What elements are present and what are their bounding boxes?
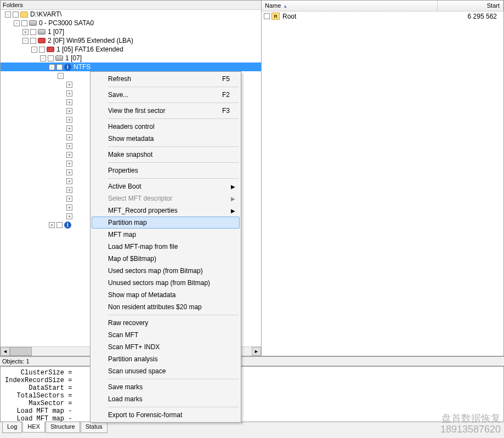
tab-hex[interactable]: HEX [22, 422, 45, 433]
menu-item-mft-map[interactable]: MFT map [92, 229, 240, 241]
expand-icon[interactable]: + [66, 143, 72, 149]
menu-label: Refresh [108, 75, 131, 83]
menu-item-mft-record-properties[interactable]: MFT_Record properties▶ [92, 204, 240, 217]
menu-label: Scan MFT [108, 331, 138, 339]
menu-item-scan-mft[interactable]: Scan MFT [92, 329, 240, 341]
list-body[interactable]: RRoot6 295 562 [262, 12, 503, 356]
collapse-icon[interactable]: - [22, 38, 29, 44]
menu-item-show-metadata[interactable]: Show metadata [92, 133, 240, 145]
drive-icon [38, 29, 46, 35]
menu-item-used-sectors-map-from-bitmap[interactable]: Used sectors map (from Bitmap) [92, 265, 240, 277]
scroll-left-button[interactable]: ◄ [1, 347, 10, 356]
info-line: DataStart = [5, 384, 499, 392]
collapse-icon[interactable]: - [40, 55, 46, 61]
list-row[interactable]: RRoot6 295 562 [262, 12, 503, 21]
expand-icon[interactable]: + [66, 152, 72, 158]
scroll-thumb[interactable] [10, 347, 32, 356]
row-name: Root [282, 13, 296, 20]
menu-label: Headers control [108, 123, 155, 130]
menu-item-save-marks[interactable]: Save marks [92, 381, 240, 393]
checkbox[interactable] [48, 55, 54, 61]
menu-separator [108, 146, 239, 147]
checkbox[interactable] [21, 20, 27, 26]
menu-separator [108, 118, 239, 119]
menu-item-show-map-of-metadata[interactable]: Show map of Metadata [92, 289, 240, 301]
checkbox[interactable] [30, 38, 36, 44]
collapse-icon[interactable]: - [58, 73, 64, 79]
menu-item-load-mft-map-from-file[interactable]: Load MFT-map from file [92, 241, 240, 253]
menu-label: Load marks [108, 395, 143, 403]
tree-row[interactable]: -1 [07] [1, 54, 261, 62]
objects-bar: Objects: 1 [0, 356, 504, 366]
menu-item-scan-mft-indx[interactable]: Scan MFT+ INDX [92, 341, 240, 353]
expand-icon[interactable]: + [66, 187, 72, 193]
submenu-arrow-icon: ▶ [231, 208, 235, 214]
tree-row[interactable]: -1 [05] FAT16 Extended [1, 45, 261, 54]
checkbox[interactable] [56, 64, 63, 70]
expand-icon[interactable]: + [66, 178, 72, 184]
expand-icon[interactable]: + [66, 126, 72, 132]
checkbox[interactable] [264, 13, 270, 19]
checkbox[interactable] [30, 29, 36, 35]
checkbox[interactable] [39, 47, 45, 53]
collapse-icon[interactable]: - [5, 12, 11, 18]
bottom-tabs: LogHEXStructureStatus [0, 422, 504, 433]
collapse-icon[interactable]: - [14, 20, 20, 26]
menu-label: Partition analysis [108, 355, 158, 363]
menu-item-non-resident-attributes-20-map[interactable]: Non resident attributes $20 map [92, 301, 240, 313]
expand-icon[interactable]: + [66, 204, 72, 211]
menu-item-map-of-bitmap[interactable]: Map of $Bitmap) [92, 253, 240, 265]
menu-shortcut: F5 [222, 75, 230, 83]
expand-icon[interactable]: + [66, 99, 72, 105]
menu-item-raw-recovery[interactable]: Raw recovery [92, 317, 240, 329]
checkbox[interactable] [56, 222, 63, 228]
menu-item-load-marks[interactable]: Load marks [92, 393, 240, 405]
menu-label: Map of $Bitmap) [108, 255, 156, 263]
expand-icon[interactable]: + [66, 82, 72, 88]
tab-structure[interactable]: Structure [46, 422, 80, 433]
expand-icon[interactable]: + [66, 161, 72, 167]
tree-row[interactable]: +1 [07] [1, 27, 261, 36]
menu-item-export-to-forensic-format[interactable]: Export to Forensic-format [92, 409, 240, 421]
menu-item-view-the-first-sector[interactable]: View the first sectorF3 [92, 105, 240, 117]
expand-icon[interactable]: + [22, 29, 29, 35]
collapse-icon[interactable]: - [31, 47, 37, 53]
menu-item-make-snapshot[interactable]: Make snapshot [92, 149, 240, 161]
expand-icon[interactable]: + [49, 222, 55, 228]
context-menu[interactable]: RefreshF5Save...F2View the first sectorF… [90, 71, 241, 423]
menu-item-headers-control[interactable]: Headers control [92, 121, 240, 133]
submenu-arrow-icon: ▶ [231, 184, 235, 190]
menu-item-active-boot[interactable]: Active Boot▶ [92, 180, 240, 192]
expand-icon[interactable]: + [66, 134, 72, 140]
tree-label: 0 - PC3000 SATA0 [39, 19, 94, 27]
tab-log[interactable]: Log [2, 422, 22, 433]
tree-row[interactable]: -D:\KVART\ [1, 10, 261, 19]
menu-label: MFT map [108, 231, 136, 238]
expand-icon[interactable]: + [66, 169, 72, 175]
menu-item-partition-map[interactable]: Partition map [92, 217, 240, 229]
expand-icon[interactable]: + [66, 196, 72, 202]
menu-label: Properties [108, 167, 138, 174]
expand-icon[interactable]: + [66, 117, 72, 123]
scroll-right-button[interactable]: ► [252, 347, 261, 356]
menu-item-save[interactable]: Save...F2 [92, 89, 240, 101]
col-start[interactable]: Start [438, 1, 503, 11]
tree-row[interactable]: -2 [0F] Win95 Extended (LBA) [1, 36, 261, 45]
checkbox[interactable] [13, 12, 19, 18]
expand-icon[interactable]: + [66, 108, 72, 114]
col-name[interactable]: Name▲ [262, 1, 438, 11]
expand-icon[interactable]: + [66, 213, 72, 219]
tab-status[interactable]: Status [81, 422, 107, 433]
red-icon [47, 47, 54, 52]
menu-item-partition-analysis[interactable]: Partition analysis [92, 353, 240, 365]
tree-row[interactable]: -iNTFS [1, 62, 261, 71]
menu-item-scan-unused-space[interactable]: Scan unused space [92, 365, 240, 377]
tree-row[interactable]: -0 - PC3000 SATA0 [1, 19, 261, 27]
menu-item-unused-sectors-map-from-bitmap[interactable]: Unused sectors map (from Bitmap) [92, 277, 240, 289]
collapse-icon[interactable]: - [49, 64, 55, 70]
menu-item-refresh[interactable]: RefreshF5 [92, 73, 240, 85]
info-line: TotalSectors = [5, 392, 499, 400]
expand-icon[interactable]: + [66, 90, 72, 96]
list-header: Name▲ Start [262, 1, 503, 12]
menu-item-properties[interactable]: Properties [92, 164, 240, 177]
